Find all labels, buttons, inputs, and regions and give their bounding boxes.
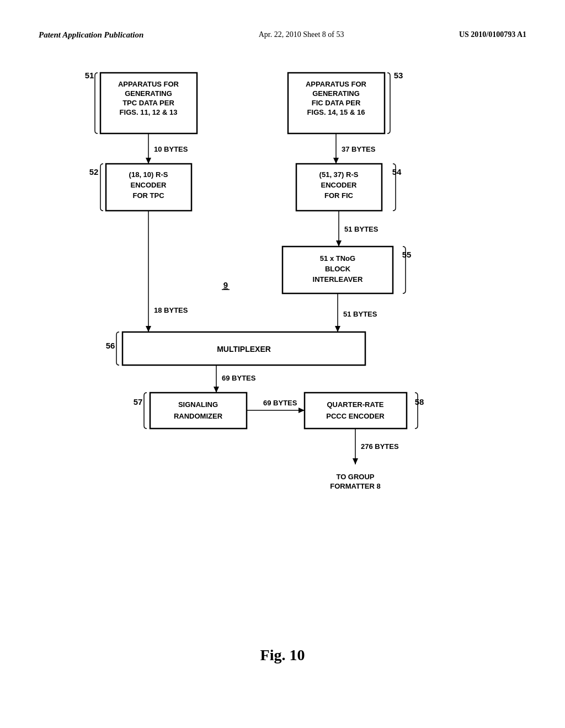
svg-text:FIGS. 11, 12 & 13: FIGS. 11, 12 & 13 bbox=[120, 108, 178, 116]
svg-text:MULTIPLEXER: MULTIPLEXER bbox=[217, 345, 271, 354]
svg-text:(18, 10) R-S: (18, 10) R-S bbox=[129, 170, 168, 179]
svg-text:ENCODER: ENCODER bbox=[130, 181, 167, 189]
svg-text:51 BYTES: 51 BYTES bbox=[344, 225, 379, 233]
page-header: Patent Application Publication Apr. 22, … bbox=[0, 0, 565, 51]
sheet-info: Apr. 22, 2010 Sheet 8 of 53 bbox=[259, 30, 344, 39]
svg-text:FIC DATA PER: FIC DATA PER bbox=[312, 99, 361, 107]
svg-marker-13 bbox=[146, 158, 151, 164]
svg-text:FOR FIC: FOR FIC bbox=[324, 191, 354, 200]
svg-marker-29 bbox=[336, 240, 342, 247]
svg-text:51 x TNoG: 51 x TNoG bbox=[320, 254, 355, 263]
svg-text:69 BYTES: 69 BYTES bbox=[222, 374, 256, 382]
svg-text:276 BYTES: 276 BYTES bbox=[361, 442, 399, 451]
svg-text:69 BYTES: 69 BYTES bbox=[263, 399, 297, 407]
svg-marker-42 bbox=[335, 326, 340, 332]
svg-text:FORMATTER 8: FORMATTER 8 bbox=[330, 482, 380, 490]
svg-text:SIGNALING: SIGNALING bbox=[178, 400, 218, 409]
svg-text:51 BYTES: 51 BYTES bbox=[343, 310, 377, 318]
svg-text:52: 52 bbox=[89, 167, 99, 176]
svg-text:PCCC ENCODER: PCCC ENCODER bbox=[326, 412, 385, 420]
svg-marker-48 bbox=[214, 387, 219, 393]
figure-caption: Fig. 10 bbox=[0, 646, 565, 664]
svg-text:53: 53 bbox=[394, 71, 403, 80]
svg-text:QUARTER-RATE: QUARTER-RATE bbox=[327, 400, 383, 409]
svg-text:56: 56 bbox=[106, 341, 115, 350]
svg-text:TO GROUP: TO GROUP bbox=[336, 473, 374, 481]
svg-text:51: 51 bbox=[85, 71, 94, 80]
svg-text:55: 55 bbox=[402, 250, 412, 259]
svg-text:9: 9 bbox=[223, 280, 228, 290]
svg-rect-57 bbox=[305, 393, 407, 429]
svg-text:ENCODER: ENCODER bbox=[321, 181, 357, 189]
diagram-area: APPARATUS FOR GENERATING TPC DATA PER FI… bbox=[0, 51, 565, 635]
svg-text:APPARATUS FOR: APPARATUS FOR bbox=[306, 80, 367, 88]
svg-text:TPC DATA PER: TPC DATA PER bbox=[122, 99, 174, 107]
svg-text:(51, 37) R-S: (51, 37) R-S bbox=[319, 170, 359, 179]
svg-marker-55 bbox=[299, 408, 305, 413]
svg-text:18 BYTES: 18 BYTES bbox=[154, 306, 188, 314]
svg-marker-39 bbox=[146, 326, 151, 332]
svg-text:FIGS. 14, 15 & 16: FIGS. 14, 15 & 16 bbox=[307, 108, 365, 116]
publication-label: Patent Application Publication bbox=[39, 30, 143, 40]
svg-text:58: 58 bbox=[415, 397, 424, 406]
svg-text:BLOCK: BLOCK bbox=[325, 265, 351, 273]
block-diagram: APPARATUS FOR GENERATING TPC DATA PER FI… bbox=[67, 62, 498, 624]
svg-text:GENERATING: GENERATING bbox=[312, 89, 360, 98]
svg-marker-62 bbox=[353, 458, 358, 464]
svg-text:RANDOMIZER: RANDOMIZER bbox=[174, 412, 223, 420]
svg-rect-50 bbox=[150, 393, 247, 429]
svg-text:INTERLEAVER: INTERLEAVER bbox=[313, 275, 363, 283]
svg-text:FOR TPC: FOR TPC bbox=[132, 191, 164, 200]
svg-marker-16 bbox=[333, 158, 339, 164]
svg-text:57: 57 bbox=[134, 397, 143, 406]
svg-text:54: 54 bbox=[392, 167, 402, 176]
page: Patent Application Publication Apr. 22, … bbox=[0, 0, 565, 728]
svg-text:10 BYTES: 10 BYTES bbox=[154, 145, 188, 153]
svg-text:37 BYTES: 37 BYTES bbox=[342, 145, 376, 153]
svg-text:APPARATUS FOR: APPARATUS FOR bbox=[118, 80, 179, 88]
svg-text:GENERATING: GENERATING bbox=[125, 89, 172, 98]
patent-number: US 2010/0100793 A1 bbox=[459, 30, 526, 39]
